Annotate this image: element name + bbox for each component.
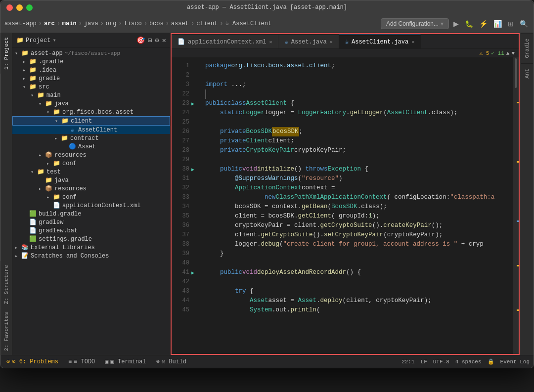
tree-item-settings-gradle[interactable]: 🟩 settings.gradle <box>12 235 170 243</box>
tab-assetclient-java[interactable]: ☕ AssetClient.java ✕ <box>339 35 421 48</box>
code-line-38: logger.debug("create client for group1, … <box>205 240 513 249</box>
encoding[interactable]: UTF-8 <box>433 359 449 365</box>
tab-ant[interactable]: Ant <box>521 63 533 84</box>
tab-close-assetclient[interactable]: ✕ <box>411 39 414 45</box>
tree-item-assetclient[interactable]: ☕ AssetClient <box>12 126 170 134</box>
tab-problems[interactable]: ⊙ ⊙ 6: Problems <box>4 357 60 366</box>
terminal-icon: ▣ <box>105 358 108 365</box>
add-configuration-button[interactable]: Add Configuration... ▾ <box>381 18 449 29</box>
sidebar-tab-structure[interactable]: Z: Structure <box>0 261 12 308</box>
breadcrumb-asset-app[interactable]: asset-app <box>4 20 37 27</box>
close-sidebar-icon[interactable]: ✕ <box>162 36 166 44</box>
tree-item-build-gradle[interactable]: 🟩 build.gradle <box>12 210 170 218</box>
code-content[interactable]: package org.fisco.bcos.asset.client; imp… <box>201 57 513 354</box>
breadcrumb-src[interactable]: src <box>44 20 55 27</box>
folder-icon-src: 📁 <box>28 83 37 90</box>
profile-button[interactable]: 📊 <box>492 18 503 29</box>
tree-item-appcontext-xml[interactable]: 📄 applicationContext.xml <box>12 201 170 210</box>
chevron-up-icon[interactable]: ▲ <box>506 50 510 56</box>
breadcrumb-assetclient[interactable]: ☕ AssetClient <box>225 20 272 27</box>
tab-close-asset[interactable]: ✕ <box>330 39 333 45</box>
tab-asset-java[interactable]: ☕ Asset.java ✕ <box>278 35 339 48</box>
search-everywhere-button[interactable]: 🔍 <box>518 18 530 29</box>
tree-item-external-libraries[interactable]: ▸ 📚 External Libraries <box>12 243 170 252</box>
tab-todo[interactable]: ≡ ≡ TODO <box>66 357 97 366</box>
tree-item-src[interactable]: ▾ 📁 src <box>12 83 170 91</box>
scrollbar-thumb[interactable] <box>515 58 517 88</box>
tree-label-conf: conf <box>62 160 77 167</box>
tree-item-main[interactable]: ▾ 📁 main <box>12 91 170 99</box>
tree-item-gradle-folder[interactable]: ▸ 📁 gradle <box>12 74 170 83</box>
code-editor[interactable]: 1 2 3 22 23 24 25 26 27 28 29 30 31 32 3… <box>172 57 519 354</box>
breadcrumb-org[interactable]: org <box>106 20 117 27</box>
collapse-all-icon[interactable]: ⊟ <box>148 36 152 44</box>
tree-item-contract[interactable]: ▸ 📁 contract <box>12 134 170 142</box>
sidebar-tab-project[interactable]: 1: Project <box>0 33 12 74</box>
tree-item-resources[interactable]: ▸ 📦 resources <box>12 151 170 159</box>
warning-marker-3 <box>517 265 519 266</box>
tree-item-scratches[interactable]: ▸ 📝 Scratches and Consoles <box>12 252 170 260</box>
breadcrumb-asset[interactable]: asset <box>171 20 189 27</box>
coverage-button[interactable]: ⚡ <box>478 18 489 29</box>
editor-scrollbar[interactable] <box>513 57 519 354</box>
tab-close-appcontext[interactable]: ✕ <box>269 39 272 45</box>
chevron-down-icon[interactable]: ▼ <box>511 50 515 56</box>
tab-terminal[interactable]: ▣ ▣ Terminal <box>103 357 148 366</box>
tab-applicationcontext[interactable]: 📄 applicationContext.xml ✕ <box>172 35 278 48</box>
indent-setting[interactable]: 4 spaces <box>455 359 482 365</box>
folder-icon-test-java: 📁 <box>44 176 53 184</box>
tree-item-idea[interactable]: ▸ 📁 .idea <box>12 66 170 74</box>
dropdown-icon[interactable]: ▾ <box>52 37 56 44</box>
tab-gradle[interactable]: Gradle <box>521 33 533 63</box>
tree-item-conf[interactable]: ▸ 📁 conf <box>12 159 170 168</box>
code-line-40 <box>205 259 513 268</box>
locate-file-icon[interactable]: 🎯 <box>136 36 145 44</box>
run-marker-23[interactable]: ▶ <box>191 99 201 108</box>
run-button[interactable]: ▶ <box>452 18 460 29</box>
tree-item-test[interactable]: ▾ 📁 test <box>12 168 170 176</box>
layout-button[interactable]: ⊞ <box>506 18 515 29</box>
java-icon-assetclient: ☕ <box>68 126 77 133</box>
tree-item-gradlew[interactable]: 📄 gradlew <box>12 218 170 226</box>
info-marker-1 <box>517 220 519 222</box>
event-log[interactable]: Event Log <box>500 359 530 365</box>
maximize-button[interactable] <box>26 4 33 11</box>
close-button[interactable] <box>6 4 13 11</box>
tree-label-external-libraries: External Libraries <box>31 244 95 251</box>
line-ending[interactable]: LF <box>421 359 427 365</box>
tree-item-test-resources[interactable]: ▸ 📦 resources <box>12 184 170 193</box>
breadcrumb-java[interactable]: java <box>84 20 98 27</box>
code-line-45: System.out.println( <box>205 305 513 315</box>
run-marker-41[interactable]: ▶ <box>191 268 201 277</box>
dropdown-arrow-icon: ▾ <box>441 20 444 27</box>
run-marker-30[interactable]: ▶ <box>191 165 201 174</box>
tree-item-org-fisco[interactable]: ▾ 📁 org.fisco.bcos.asset <box>12 108 170 116</box>
code-line-25 <box>205 118 513 127</box>
tree-item-gradlew-bat[interactable]: 📄 gradlew.bat <box>12 226 170 235</box>
tree-item-asset[interactable]: 🔵 Asset <box>12 142 170 151</box>
settings-icon[interactable]: ⚙ <box>155 36 159 44</box>
gutter: ▶ ▶ <box>191 57 201 354</box>
add-config-label: Add Configuration... <box>386 20 439 27</box>
folder-icon-gradle: 📁 <box>28 58 37 65</box>
breadcrumb-client[interactable]: client <box>196 20 218 27</box>
tree-item-client[interactable]: ▾ 📁 client <box>12 116 170 126</box>
tree-item-java[interactable]: ▾ 📁 java <box>12 99 170 108</box>
sidebar-title-label: Project <box>26 37 50 44</box>
breadcrumb-bcos[interactable]: bcos <box>149 20 164 27</box>
tab-build[interactable]: ⚒ ⚒ Build <box>154 357 189 366</box>
project-icon: 📁 <box>16 37 24 44</box>
tree-item-test-java[interactable]: 📁 java <box>12 176 170 184</box>
tree-item-asset-app[interactable]: ▾ 📁 asset-app ~/fisco/asset-app <box>12 49 170 57</box>
breadcrumb-fisco[interactable]: fisco <box>124 20 142 27</box>
tab-label-asset: Asset.java <box>291 39 327 45</box>
editor-header-info: ⚠ 5 ✓ 11 ▲ ▼ <box>172 49 519 57</box>
window-title: asset-app — AssetClient.java [asset-app.… <box>187 4 347 11</box>
sidebar-tab-favorites[interactable]: 2: Favorites <box>0 308 12 355</box>
tree-item-test-conf[interactable]: ▸ 📁 conf <box>12 193 170 201</box>
tree-item-gradle[interactable]: ▸ 📁 .gradle <box>12 57 170 66</box>
debug-button[interactable]: 🐛 <box>463 18 475 29</box>
folder-icon-conf: 📁 <box>52 160 61 167</box>
breadcrumb-main[interactable]: main <box>62 20 77 27</box>
minimize-button[interactable] <box>16 4 23 11</box>
